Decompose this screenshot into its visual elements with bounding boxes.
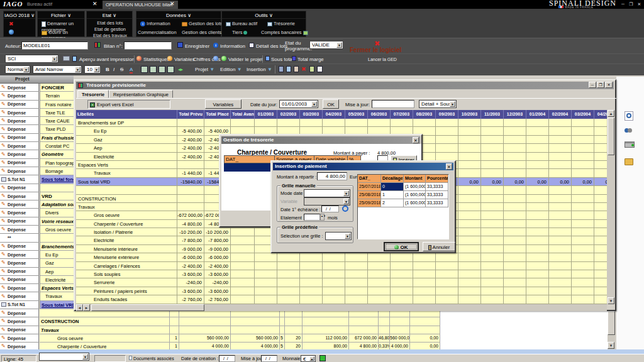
menu-item-etat-lots[interactable]: Etat des lots bbox=[87, 20, 133, 26]
sheet-value-cell[interactable] bbox=[349, 326, 379, 334]
treso-month-cell[interactable] bbox=[526, 136, 549, 143]
montant-repartir-input[interactable] bbox=[317, 172, 347, 180]
payment-row[interactable]: 25/07/20180(1 600,0000)33,3333 bbox=[358, 183, 448, 191]
menu-donnees-header[interactable]: Données ∨ bbox=[136, 11, 221, 19]
sidebar-account-cell[interactable] bbox=[40, 184, 74, 192]
treso-month-cell[interactable] bbox=[549, 144, 572, 151]
treso-month-header[interactable]: 02/2003 bbox=[277, 110, 300, 119]
sheet-value-cell[interactable] bbox=[379, 317, 390, 325]
treso-month-header[interactable]: 07/2003 bbox=[391, 110, 413, 119]
treso-month-cell[interactable] bbox=[481, 127, 504, 134]
treso-label-cell[interactable]: Isolation / Platrerie bbox=[76, 228, 177, 236]
sheet-value-cell[interactable]: 0,00 bbox=[410, 343, 440, 349]
sidebar-account-cell[interactable]: Bornage bbox=[40, 167, 74, 175]
treso-row[interactable]: Branchements sur DP bbox=[76, 119, 607, 127]
restore-icon[interactable]: ❐ bbox=[597, 82, 604, 88]
treso-month-cell[interactable] bbox=[481, 169, 504, 177]
treso-month-cell[interactable] bbox=[323, 262, 345, 270]
treso-month-cell[interactable] bbox=[277, 287, 300, 295]
treso-month-cell[interactable] bbox=[436, 144, 458, 151]
sidebar-type-cell[interactable]: ✎Dépense bbox=[0, 284, 39, 292]
sheet-value-cell[interactable] bbox=[410, 326, 440, 334]
treso-row[interactable]: Serrurerie-240,00-240,00 bbox=[76, 278, 607, 287]
treso-month-cell[interactable] bbox=[526, 245, 549, 253]
treso-month-cell[interactable] bbox=[526, 211, 549, 219]
treso-month-cell[interactable] bbox=[526, 236, 549, 244]
treso-month-cell[interactable] bbox=[368, 287, 391, 295]
sheet-value-cell[interactable]: 4 000,00 bbox=[231, 343, 280, 349]
treso-month-cell[interactable] bbox=[504, 153, 526, 160]
sidebar-account-cell[interactable]: Géomètre bbox=[40, 150, 74, 158]
treso-label-cell[interactable]: Electricité bbox=[76, 153, 177, 160]
sidebar-type-cell[interactable]: S.Tot N1 bbox=[0, 301, 39, 309]
treso-month-header[interactable]: 04/2003 bbox=[323, 110, 345, 119]
sheet-value-cell[interactable] bbox=[170, 326, 179, 334]
sidebar-account-cell[interactable]: Sous total foncier bbox=[40, 175, 74, 184]
treso-month-cell[interactable] bbox=[413, 253, 436, 261]
payment-cell[interactable]: (1 600,0000) bbox=[404, 191, 426, 199]
treso-month-cell[interactable] bbox=[277, 262, 300, 270]
monnaie-select[interactable]: €▼ bbox=[301, 355, 316, 362]
treso-value-cell[interactable]: -672 000,00 bbox=[177, 211, 204, 219]
treso-month-cell[interactable] bbox=[255, 278, 277, 286]
payment-cell[interactable]: 25/09/2018 bbox=[358, 199, 381, 207]
treso-month-cell[interactable] bbox=[458, 295, 481, 303]
treso-month-cell[interactable] bbox=[594, 203, 607, 211]
treso-value-cell[interactable]: -7 800,00 bbox=[204, 236, 231, 244]
payment-cell[interactable]: (1 600,0000) bbox=[404, 199, 426, 207]
payment-col-header[interactable]: Montant bbox=[404, 175, 426, 183]
treso-month-cell[interactable] bbox=[526, 169, 549, 177]
chevron-down-icon[interactable]: ▼ bbox=[23, 67, 29, 72]
ok-button[interactable]: OK bbox=[384, 242, 419, 251]
treso-month-cell[interactable] bbox=[572, 278, 594, 286]
sidebar-type-cell[interactable]: S.Tot N1 bbox=[0, 175, 39, 184]
treso-month-cell[interactable] bbox=[549, 236, 572, 244]
treso-month-header[interactable]: 05/2003 bbox=[345, 110, 368, 119]
treso-month-cell[interactable] bbox=[504, 287, 526, 295]
menu-etat-header[interactable]: Etat ∨ bbox=[87, 11, 132, 19]
treso-col-header[interactable]: Total Prévu bbox=[177, 110, 204, 119]
sheet-value-cell[interactable]: 672 000,00 bbox=[349, 334, 379, 342]
treso-month-cell[interactable] bbox=[481, 262, 504, 270]
scrollbar-thumb[interactable] bbox=[608, 118, 614, 155]
scroll-left-icon[interactable]: ◄ bbox=[76, 304, 83, 311]
payment-row[interactable]: 25/09/20182(1 600,0000)33,3333 bbox=[358, 199, 448, 207]
treso-month-cell[interactable] bbox=[300, 287, 323, 295]
treso-month-header[interactable]: 01/2004 bbox=[526, 110, 549, 119]
treso-value-cell[interactable] bbox=[231, 245, 255, 253]
treso-month-cell[interactable] bbox=[391, 119, 413, 126]
copy-icon[interactable] bbox=[286, 66, 291, 72]
menu-fichier-header[interactable]: Fichier ∨ bbox=[38, 11, 84, 19]
sheet-value-cell[interactable]: 0,00 bbox=[410, 334, 440, 342]
font-size-select[interactable]: 10▼ bbox=[84, 65, 101, 74]
treso-month-cell[interactable] bbox=[255, 270, 277, 278]
insertion-titlebar[interactable]: Insertion de paiement✕ bbox=[273, 163, 453, 170]
align-left-icon[interactable] bbox=[141, 66, 148, 73]
lancer-ged-button[interactable]: Lancer la GED bbox=[368, 57, 397, 62]
sidebar-account-cell[interactable]: Plan topographique bbox=[40, 159, 74, 167]
treso-month-cell[interactable] bbox=[594, 228, 607, 236]
treso-month-cell[interactable] bbox=[481, 186, 504, 194]
treso-value-cell[interactable]: -240,00 bbox=[177, 278, 204, 286]
payment-cell[interactable]: 2 bbox=[381, 199, 404, 207]
selection-grille-select[interactable]: ▼ bbox=[325, 232, 352, 240]
treso-month-cell[interactable] bbox=[481, 119, 504, 126]
sidebar-type-cell[interactable]: ✎Dépense bbox=[0, 184, 39, 192]
sidebar-type-cell[interactable]: ✎Dépense bbox=[0, 243, 39, 251]
treso-month-cell[interactable] bbox=[391, 287, 413, 295]
treso-month-cell[interactable] bbox=[345, 270, 368, 278]
ok-button[interactable]: OK bbox=[323, 99, 339, 109]
tresorerie-vscrollbar[interactable]: ▲ ▼ bbox=[607, 110, 615, 304]
treso-row[interactable]: Sols souples-3 600,00-3 600,00 bbox=[76, 270, 607, 278]
menu-item-tiers[interactable]: Tiers bbox=[232, 30, 247, 35]
style-select[interactable]: Normal▼ bbox=[5, 65, 30, 74]
treso-month-cell[interactable] bbox=[481, 144, 504, 151]
sidebar-account-cell[interactable]: Divers bbox=[40, 209, 74, 217]
treso-month-cell[interactable] bbox=[504, 136, 526, 143]
treso-value-cell[interactable] bbox=[177, 186, 204, 194]
sheet-row[interactable]: Travaux bbox=[40, 326, 440, 334]
sheet-value-cell[interactable] bbox=[280, 326, 285, 334]
treso-value-cell[interactable]: -10 200,00 bbox=[204, 228, 231, 236]
treso-month-cell[interactable] bbox=[436, 270, 458, 278]
treso-month-header[interactable]: 03/2004 bbox=[572, 110, 594, 119]
